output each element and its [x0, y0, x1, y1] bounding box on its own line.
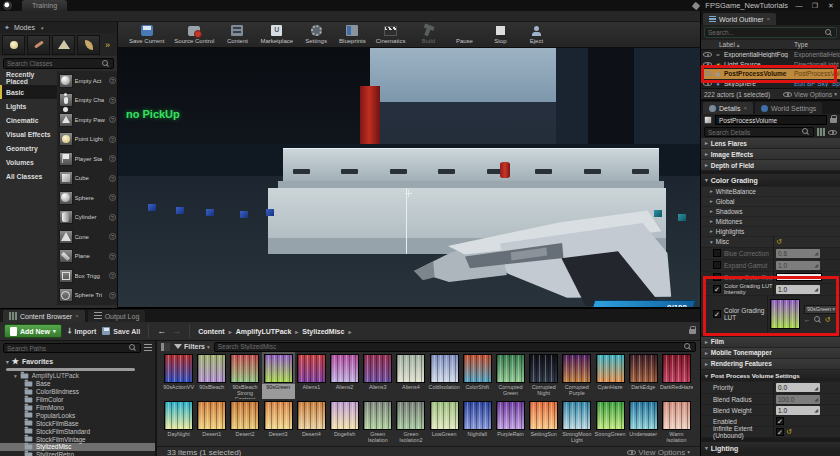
lut-asset-tile[interactable]: Desert3: [262, 399, 295, 446]
lut-asset-tile[interactable]: ColorShift: [461, 352, 494, 399]
lut-asset-tile[interactable]: DarkEdge: [627, 352, 660, 399]
lut-asset-tile[interactable]: CyanHaze: [593, 352, 626, 399]
close-icon[interactable]: ×: [75, 313, 79, 319]
use-selected-asset-icon[interactable]: ←: [804, 316, 811, 323]
breadcrumb-segment[interactable]: AmplifyLUTPack▸: [236, 328, 299, 335]
lut-asset-tile[interactable]: StrongMoon Light: [560, 399, 593, 446]
help-icon[interactable]: ?: [109, 155, 116, 162]
tab-world-settings[interactable]: World Settings: [755, 102, 822, 114]
help-icon[interactable]: ?: [109, 194, 116, 201]
reset-to-default-icon[interactable]: ↺: [786, 428, 792, 436]
toolbar-button[interactable]: Pause: [451, 24, 477, 44]
lut-asset-tile[interactable]: ColdIsolation: [428, 352, 461, 399]
lut-asset-tile[interactable]: Dogefish: [328, 399, 361, 446]
reset-to-default-icon[interactable]: ↺: [825, 316, 831, 324]
overflow-chevrons-icon[interactable]: »: [105, 40, 110, 50]
blue-correction-checkbox[interactable]: [713, 249, 721, 257]
infinite-extent-checkbox[interactable]: [776, 428, 784, 436]
display-filter-eye-icon[interactable]: [828, 130, 837, 135]
lut-asset-tile[interactable]: Aliens4: [394, 352, 427, 399]
blue-correction-value[interactable]: 0.6◢: [776, 249, 820, 258]
section-lighting[interactable]: ▾Lighting: [701, 442, 840, 455]
toolbar-button[interactable]: Content: [224, 24, 250, 44]
lut-intensity-value[interactable]: 1.0◢: [776, 285, 820, 294]
lut-asset-tile[interactable]: Aliens3: [361, 352, 394, 399]
breadcrumb-segment[interactable]: StylizedMisc▸: [302, 328, 351, 335]
lut-asset-tile[interactable]: 90sGreen: [262, 352, 295, 399]
modes-category[interactable]: Volumes: [0, 155, 57, 169]
expand-gamut-value[interactable]: 1.0◢: [776, 261, 820, 270]
toolbar-button[interactable]: Blueprints: [339, 24, 366, 44]
toolbar-button[interactable]: Build: [415, 24, 441, 44]
help-icon[interactable]: ?: [109, 136, 116, 143]
lut-asset-tile[interactable]: Underwater: [627, 399, 660, 446]
chevron-down-icon[interactable]: ▾: [41, 25, 44, 31]
tab-details[interactable]: Details ×: [703, 102, 753, 114]
help-icon[interactable]: ?: [109, 292, 116, 299]
lut-asset-tile[interactable]: Corrupted Green: [494, 352, 527, 399]
save-all-button[interactable]: Save All: [102, 327, 140, 335]
lut-asset-tile[interactable]: Green Isolation2: [394, 399, 427, 446]
lut-asset-tile[interactable]: Aliens1: [295, 352, 328, 399]
scene-color-tint-swatch[interactable]: [776, 273, 822, 281]
search-paths-input[interactable]: Search Paths: [3, 343, 141, 353]
lut-asset-tile[interactable]: Green Isolation: [361, 399, 394, 446]
folder-row[interactable]: StockFilmVintage: [0, 435, 155, 443]
lut-asset-tile[interactable]: Desert2: [228, 399, 261, 446]
outliner-search-input[interactable]: Search...: [704, 27, 837, 38]
subsection-highlights[interactable]: ▸Highlights: [701, 227, 840, 237]
lock-content-browser-icon[interactable]: [689, 329, 696, 334]
browse-to-asset-icon[interactable]: [814, 316, 822, 324]
breadcrumb-segment[interactable]: Content▸: [198, 328, 231, 335]
lut-asset-tile[interactable]: 90sActionVV: [162, 352, 195, 399]
lut-asset-tile[interactable]: Warm Isolation: [660, 399, 693, 446]
property-matrix-icon[interactable]: [817, 128, 825, 136]
toggle-sources-icon[interactable]: [161, 343, 170, 351]
help-icon[interactable]: ?: [109, 116, 116, 123]
toolbar-button[interactable]: Marketplace: [260, 24, 293, 44]
lut-asset-tile[interactable]: Aliens2: [328, 352, 361, 399]
lut-asset-thumbnail[interactable]: [770, 299, 800, 329]
lut-asset-tile[interactable]: Nightfall: [461, 399, 494, 446]
favorites-header[interactable]: ▾★ Favorites: [0, 355, 155, 367]
outliner-row[interactable]: ≈ ExponentialHeightFog ExponentialHeigh: [701, 50, 840, 60]
subsection-shadows[interactable]: ▸Shadows: [701, 207, 840, 217]
landscape-mode-button[interactable]: [52, 35, 75, 55]
back-arrow-icon[interactable]: ←: [157, 326, 166, 336]
scene-color-tint-checkbox[interactable]: [713, 273, 721, 281]
folder-row[interactable]: ColorBlindness: [0, 388, 155, 396]
lut-asset-tile[interactable]: LowGreen: [428, 399, 461, 446]
asset-search-input[interactable]: Search StylizedMisc: [214, 342, 696, 352]
toolbar-button[interactable]: Cinematics: [376, 24, 406, 44]
folder-row[interactable]: FilmMono: [0, 404, 155, 412]
outliner-column-header[interactable]: Label ▴ Type: [701, 40, 840, 50]
toolbar-button[interactable]: Save Current: [129, 24, 164, 44]
pin-icon[interactable]: [692, 1, 700, 9]
outliner-view-options[interactable]: View Options ▾: [783, 91, 837, 98]
lut-asset-tile[interactable]: DayNight: [162, 399, 195, 446]
subsection-misc[interactable]: ▾Misc: [701, 237, 773, 247]
subsection-whitebalance[interactable]: ▸WhiteBalance: [701, 187, 840, 197]
section-color-grading[interactable]: ▾Color Grading: [701, 174, 840, 187]
priority-value[interactable]: 0.0◢: [776, 383, 820, 392]
forward-arrow-icon[interactable]: →: [172, 326, 181, 336]
subsection-midtones[interactable]: ▸Midtones: [701, 217, 840, 227]
visibility-eye-icon[interactable]: [703, 81, 712, 86]
visibility-eye-icon[interactable]: [703, 71, 712, 76]
lut-asset-tile[interactable]: 90sBleach: [195, 352, 228, 399]
lut-asset-tile[interactable]: Corrupted Purple: [560, 352, 593, 399]
minimize-button[interactable]: —: [794, 2, 804, 9]
paint-mode-button[interactable]: [27, 35, 50, 55]
section-image-effects[interactable]: ▸Image Effects: [701, 149, 840, 160]
folder-row[interactable]: ▾ AmplifyLUTPack: [0, 372, 155, 380]
lut-intensity-checkbox[interactable]: [713, 285, 721, 293]
section-ppv-settings[interactable]: ▾Post Process Volume Settings: [701, 370, 840, 383]
folder-row[interactable]: StockFilmStandard: [0, 427, 155, 435]
import-button[interactable]: ⭣ Import: [68, 326, 97, 336]
close-icon[interactable]: ×: [767, 16, 771, 22]
help-icon[interactable]: ?: [109, 214, 116, 221]
folder-row[interactable]: StylizedRetro: [0, 451, 155, 456]
close-button[interactable]: ✕: [826, 2, 836, 10]
enabled-checkbox[interactable]: [776, 417, 784, 425]
subsection-global[interactable]: ▸Global: [701, 197, 840, 207]
